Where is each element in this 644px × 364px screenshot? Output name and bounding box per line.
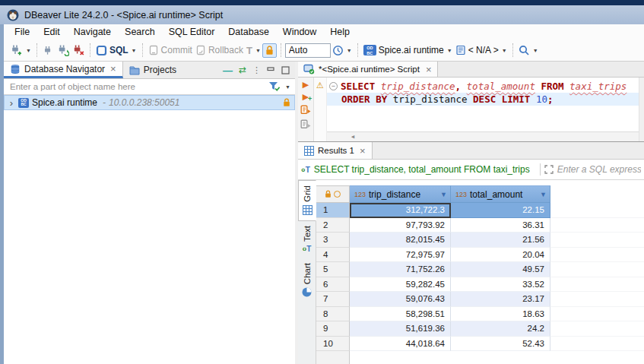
menu-database[interactable]: Database — [221, 27, 276, 37]
table-row[interactable]: 1044,018.6452.43 — [316, 337, 644, 352]
grid-cell[interactable]: 21.56 — [451, 233, 550, 248]
table-row[interactable]: 472,975.9720.04 — [316, 248, 644, 263]
grid-cell[interactable]: 33.52 — [451, 277, 550, 293]
rollback-button[interactable]: Rollback — [194, 43, 245, 57]
row-number[interactable]: 8 — [316, 307, 350, 322]
editor-vertical-scrollbar[interactable] — [639, 78, 644, 141]
menu-window[interactable]: Window — [276, 27, 323, 37]
menu-sql-editor[interactable]: SQL Editor — [162, 27, 222, 37]
grid-cell[interactable]: 24.2 — [451, 321, 550, 337]
grid-cell[interactable]: 23.17 — [451, 292, 550, 307]
row-number[interactable]: 3 — [316, 233, 350, 248]
search-button[interactable]: ▼ — [517, 43, 540, 58]
tab-chart[interactable]: Chart — [298, 258, 316, 302]
column-header-trip-distance[interactable]: 123 trip_distance ▼ — [350, 185, 451, 203]
sql-editor-button[interactable]: SQL ▼ — [94, 43, 138, 58]
table-row[interactable]: 382,015.4521.56 — [316, 233, 644, 248]
menu-file[interactable]: File — [8, 27, 36, 37]
menu-edit[interactable]: Edit — [36, 27, 67, 37]
grid-cell[interactable]: 49.57 — [451, 262, 550, 277]
expand-filter-icon[interactable] — [544, 165, 554, 174]
commit-button[interactable]: Commit — [147, 43, 194, 57]
main-area: Database Navigator × Projects — ⇄ ⋮ — [4, 62, 644, 364]
grid-cell[interactable]: 20.04 — [451, 248, 550, 263]
tab-text[interactable]: Text ‹›T — [298, 221, 316, 258]
grid-cell[interactable]: 44,018.64 — [350, 337, 451, 352]
tab-grid[interactable]: Grid — [298, 180, 316, 221]
fold-collapse-icon[interactable]: − — [329, 82, 338, 90]
grid-cell[interactable]: 82,015.45 — [350, 233, 451, 248]
editor-code-area[interactable]: − SELECT trip_distance, total_amount FRO… — [327, 78, 639, 141]
row-number[interactable]: 4 — [316, 248, 350, 263]
chevron-right-icon[interactable]: › — [8, 97, 15, 109]
filter-funnel-icon[interactable] — [268, 81, 281, 92]
reconnect-button[interactable] — [56, 43, 71, 58]
grid-cell[interactable]: 36.31 — [451, 218, 550, 233]
table-row[interactable]: 659,282.4533.52 — [316, 277, 644, 293]
scroll-left-icon[interactable]: ◀ — [351, 134, 354, 140]
grid-cell[interactable]: 22.15 — [451, 203, 550, 218]
active-database-selector[interactable]: < N/A > ▼ — [454, 43, 509, 57]
grid-cell[interactable]: 71,752.26 — [350, 262, 451, 277]
grid-corner-cell[interactable] — [316, 185, 350, 203]
close-icon[interactable]: × — [426, 64, 432, 75]
grid-cell[interactable]: 72,975.97 — [350, 248, 451, 263]
menu-search[interactable]: Search — [118, 27, 162, 37]
column-header-total-amount[interactable]: 123 total_amount ▼ — [451, 185, 550, 203]
menu-help[interactable]: Help — [323, 27, 357, 37]
tab-sql-script[interactable]: *<Spice.ai runtime> Script × — [298, 62, 438, 77]
expression-placeholder[interactable]: Enter a SQL expression to — [557, 164, 641, 175]
editor-horizontal-scrollbar[interactable]: ◀ — [327, 131, 639, 141]
table-row[interactable]: 951,619.3624.2 — [316, 321, 644, 337]
commit-mode-input[interactable] — [285, 43, 331, 58]
table-row[interactable]: 1312,722.322.15 — [316, 203, 644, 218]
connection-lock-toggle[interactable] — [262, 43, 277, 58]
row-number[interactable]: 9 — [316, 321, 350, 337]
minimize-panel-icon[interactable] — [267, 66, 275, 74]
execute-script-button[interactable] — [300, 105, 311, 116]
script-options-button[interactable] — [300, 119, 311, 130]
maximize-panel-icon[interactable] — [281, 66, 290, 74]
row-number[interactable]: 10 — [316, 337, 350, 352]
chevron-down-icon[interactable]: ▼ — [285, 84, 290, 90]
sort-desc-icon[interactable]: ▼ — [540, 191, 547, 198]
grid-cell[interactable]: 51,619.36 — [350, 321, 451, 337]
table-row[interactable]: 297,793.9236.31 — [316, 218, 644, 233]
table-row[interactable]: 858,298.5118.63 — [316, 307, 644, 322]
view-menu-icon[interactable]: ⋮ — [252, 65, 261, 75]
execute-new-tab-button[interactable]: ▶+ — [303, 93, 309, 101]
table-row[interactable]: 571,752.2649.57 — [316, 262, 644, 277]
new-connection-button[interactable] — [8, 43, 24, 58]
table-row[interactable]: 759,076.4323.17 — [316, 292, 644, 307]
tree-item-connection[interactable]: › ODBC Spice.ai runtime - 10.0.0.238:500… — [4, 95, 295, 110]
close-icon[interactable]: × — [360, 145, 366, 157]
transaction-log-button[interactable]: T ▼ — [245, 43, 262, 58]
grid-cell[interactable]: 18.63 — [451, 307, 550, 322]
new-connection-dropdown[interactable]: ▼ — [24, 46, 33, 55]
connect-button[interactable] — [41, 43, 56, 58]
transaction-history-button[interactable]: ▼ — [331, 43, 354, 58]
tab-database-navigator[interactable]: Database Navigator × — [4, 62, 123, 78]
link-with-editor-icon[interactable]: ⇄ — [239, 65, 246, 75]
collapse-all-icon[interactable]: — — [223, 65, 233, 76]
execute-statement-button[interactable]: ▶ — [303, 81, 309, 89]
grid-cell[interactable]: 59,282.45 — [350, 277, 451, 293]
sort-desc-icon[interactable]: ▼ — [440, 191, 447, 198]
close-icon[interactable]: × — [110, 63, 116, 74]
grid-cell[interactable]: 52.43 — [451, 337, 550, 352]
disconnect-button[interactable] — [71, 43, 86, 58]
menu-navigate[interactable]: Navigate — [67, 27, 118, 37]
row-number[interactable]: 6 — [316, 277, 350, 293]
grid-cell[interactable]: 312,722.3 — [350, 203, 451, 218]
row-number[interactable]: 5 — [316, 262, 350, 277]
tab-projects[interactable]: Projects — [123, 62, 182, 78]
grid-cell[interactable]: 97,793.92 — [350, 218, 451, 233]
grid-cell[interactable]: 59,076.43 — [350, 292, 451, 307]
grid-cell[interactable]: 58,298.51 — [350, 307, 451, 322]
active-connection-selector[interactable]: ODBC Spice.ai runtime ▼ — [362, 43, 454, 57]
tab-results-1[interactable]: Results 1 × — [298, 142, 373, 159]
row-number[interactable]: 2 — [316, 218, 350, 233]
row-number[interactable]: 1 — [316, 203, 350, 218]
object-filter-input[interactable] — [10, 82, 265, 91]
row-number[interactable]: 7 — [316, 292, 350, 307]
